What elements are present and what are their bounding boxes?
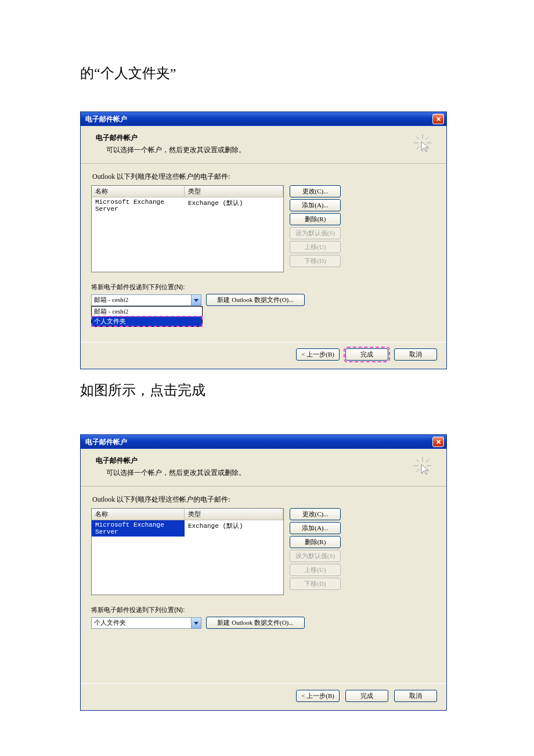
move-down-button: 下移(D)	[290, 578, 341, 590]
titlebar: 电子邮件帐户 ✕	[81, 112, 446, 126]
header-title: 电子邮件帐户	[96, 456, 246, 466]
deliver-location-combo[interactable]: 邮箱 - ceshi2 邮箱 - ceshi2 个人文件夹	[91, 294, 201, 306]
cell-name: Microsoft Exchange Server	[92, 197, 185, 214]
cursor-click-icon	[413, 456, 432, 476]
cell-type: Exchange (默认)	[185, 520, 283, 537]
accounts-table[interactable]: 名称 类型 Microsoft Exchange Server Exchange…	[91, 508, 284, 595]
th-name[interactable]: 名称	[92, 509, 185, 520]
email-accounts-dialog-2: 电子邮件帐户 ✕ 电子邮件帐户 可以选择一个帐户，然后更改其设置或删除。 Out…	[80, 434, 447, 711]
combo-value: 个人文件夹	[94, 618, 126, 627]
chevron-down-icon[interactable]	[191, 618, 201, 628]
th-type[interactable]: 类型	[185, 509, 283, 520]
set-default-button: 设为默认值(S)	[290, 227, 341, 239]
close-icon[interactable]: ✕	[432, 437, 444, 447]
header-title: 电子邮件帐户	[96, 133, 246, 143]
set-default-button: 设为默认值(S)	[290, 550, 341, 562]
svg-line-12	[416, 459, 419, 462]
svg-line-15	[416, 469, 419, 472]
titlebar: 电子邮件帐户 ✕	[81, 435, 446, 449]
chevron-down-icon[interactable]	[191, 295, 201, 305]
new-data-file-button[interactable]: 新建 Outlook 数据文件(O)...	[206, 294, 305, 306]
header-subtitle: 可以选择一个帐户，然后更改其设置或删除。	[106, 468, 246, 478]
svg-line-7	[416, 146, 419, 149]
combo-value: 邮箱 - ceshi2	[94, 296, 128, 304]
change-button[interactable]: 更改(C)...	[290, 185, 341, 197]
dropdown-item-mailbox[interactable]: 邮箱 - ceshi2	[92, 307, 202, 316]
th-type[interactable]: 类型	[185, 186, 283, 197]
th-name[interactable]: 名称	[92, 186, 185, 197]
cell-name: Microsoft Exchange Server	[92, 520, 185, 537]
svg-line-6	[426, 136, 429, 139]
doc-caption-top: 的“个人文件夹”	[80, 64, 534, 82]
dialog-header: 电子邮件帐户 可以选择一个帐户，然后更改其设置或删除。	[81, 449, 446, 487]
new-data-file-button[interactable]: 新建 Outlook 数据文件(O)...	[206, 617, 305, 629]
dialog-header: 电子邮件帐户 可以选择一个帐户，然后更改其设置或删除。	[81, 126, 446, 164]
svg-line-14	[426, 459, 429, 462]
cancel-button[interactable]: 取消	[394, 348, 437, 361]
email-accounts-dialog-1: 电子邮件帐户 ✕ 电子邮件帐户 可以选择一个帐户，然后更改其设置或删除。 Out…	[80, 111, 447, 369]
dropdown-item-personal-folder[interactable]: 个人文件夹	[92, 316, 202, 326]
table-row[interactable]: Microsoft Exchange Server Exchange (默认)	[92, 520, 283, 537]
finish-button[interactable]: 完成	[345, 690, 388, 702]
window-title: 电子邮件帐户	[85, 437, 127, 447]
cursor-click-icon	[413, 133, 432, 153]
deliver-label: 将新电子邮件投递到下列位置(N):	[91, 283, 436, 291]
finish-button[interactable]: 完成	[345, 348, 388, 361]
remove-button[interactable]: 删除(R)	[290, 536, 341, 548]
deliver-label: 将新电子邮件投递到下列位置(N):	[91, 606, 436, 614]
accounts-table[interactable]: 名称 类型 Microsoft Exchange Server Exchange…	[91, 185, 284, 272]
accounts-instruction: Outlook 以下列顺序处理这些帐户的电子邮件:	[92, 172, 436, 182]
cell-type: Exchange (默认)	[185, 197, 283, 214]
move-down-button: 下移(D)	[290, 255, 341, 267]
change-button[interactable]: 更改(C)...	[290, 508, 341, 520]
move-up-button: 上移(U)	[290, 564, 341, 576]
add-button[interactable]: 添加(A)...	[290, 199, 341, 211]
close-icon[interactable]: ✕	[432, 114, 444, 124]
back-button[interactable]: 上一步(B)	[296, 690, 340, 702]
window-title: 电子邮件帐户	[85, 114, 127, 124]
accounts-instruction: Outlook 以下列顺序处理这些帐户的电子邮件:	[92, 495, 436, 505]
cancel-button[interactable]: 取消	[394, 690, 437, 702]
combo-dropdown[interactable]: 邮箱 - ceshi2 个人文件夹	[91, 306, 203, 327]
deliver-location-combo[interactable]: 个人文件夹	[91, 617, 201, 629]
svg-line-4	[416, 136, 419, 139]
header-subtitle: 可以选择一个帐户，然后更改其设置或删除。	[106, 145, 246, 155]
move-up-button: 上移(U)	[290, 241, 341, 253]
remove-button[interactable]: 删除(R)	[290, 213, 341, 225]
back-button[interactable]: 上一步(B)	[296, 348, 340, 361]
add-button[interactable]: 添加(A)...	[290, 522, 341, 534]
table-row[interactable]: Microsoft Exchange Server Exchange (默认)	[92, 197, 283, 214]
doc-caption-mid: 如图所示，点击完成	[80, 381, 534, 399]
